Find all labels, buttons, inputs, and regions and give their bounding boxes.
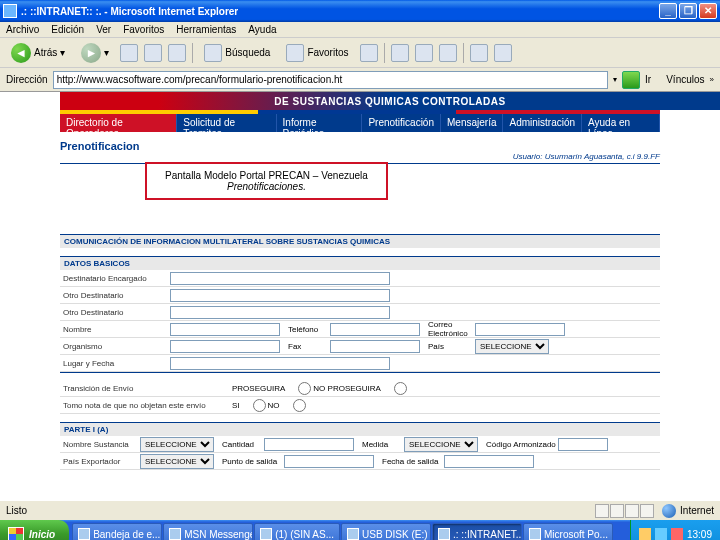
address-input[interactable]	[53, 71, 608, 89]
label-tomo-nota: Tomo nota de que no objetan este envío	[60, 401, 230, 410]
task-item[interactable]: MSN Messenger	[163, 523, 253, 540]
label-pais-exp: País Exportador	[60, 457, 140, 466]
label-fecha-salida: Fecha de salida	[374, 457, 444, 466]
label-punto-salida: Punto de salida	[214, 457, 284, 466]
task-item[interactable]: Bandeja de e...	[72, 523, 162, 540]
radio-si[interactable]	[253, 399, 266, 412]
close-button[interactable]: ✕	[699, 3, 717, 19]
security-zone: Internet	[662, 504, 714, 518]
tab-solicitud[interactable]: Solicitud de Tramites	[177, 114, 276, 132]
caption-line1: Pantalla Modelo Portal PRECAN – Venezuel…	[165, 170, 368, 181]
home-icon[interactable]	[168, 44, 186, 62]
minimize-button[interactable]: _	[659, 3, 677, 19]
input-nombre[interactable]	[170, 323, 280, 336]
stop-icon[interactable]	[120, 44, 138, 62]
web-content: DE SUSTANCIAS QUIMICAS CONTROLADAS Direc…	[0, 92, 720, 500]
search-button[interactable]: Búsqueda	[199, 42, 275, 64]
task-item[interactable]: Microsoft Po...	[523, 523, 613, 540]
radio-proseguira[interactable]	[298, 382, 311, 395]
status-bar: Listo Internet	[0, 500, 720, 520]
status-panes	[595, 504, 654, 518]
tray-icon[interactable]	[639, 528, 651, 540]
window-titlebar: .: ::INTRANET:: :. - Microsoft Internet …	[0, 0, 720, 22]
forward-button[interactable]: ► ▾	[76, 41, 114, 65]
menu-archivo[interactable]: Archivo	[6, 24, 39, 35]
label-fax: Fax	[280, 342, 330, 351]
menu-ver[interactable]: Ver	[96, 24, 111, 35]
tab-directorio[interactable]: Directorio de Operadores	[60, 114, 177, 132]
input-otro-dest2[interactable]	[170, 306, 390, 319]
star-icon	[286, 44, 304, 62]
input-fecha-salida[interactable]	[444, 455, 534, 468]
input-organismo[interactable]	[170, 340, 280, 353]
ie-icon	[3, 4, 17, 18]
toolbar: ◄ Atrás ▾ ► ▾ Búsqueda Favoritos	[0, 38, 720, 68]
search-icon	[204, 44, 222, 62]
back-button[interactable]: ◄ Atrás ▾	[6, 41, 70, 65]
input-dest-encargado[interactable]	[170, 272, 390, 285]
extra-icon-1[interactable]	[470, 44, 488, 62]
site-banner: DE SUSTANCIAS QUIMICAS CONTROLADAS	[60, 92, 720, 110]
go-label: Ir	[645, 74, 651, 85]
user-info: Usuario: Usurmarín Aguasanta, c.i 9.9.FF	[60, 152, 660, 161]
menu-edicion[interactable]: Edición	[51, 24, 84, 35]
back-icon: ◄	[11, 43, 31, 63]
menu-favoritos[interactable]: Favoritos	[123, 24, 164, 35]
label-medida: Medida	[354, 440, 404, 449]
label-cantidad: Cantidad	[214, 440, 264, 449]
caption-overlay: Pantalla Modelo Portal PRECAN – Venezuel…	[145, 162, 388, 200]
address-bar: Dirección ▾ Ir Vínculos »	[0, 68, 720, 92]
mail-icon[interactable]	[391, 44, 409, 62]
address-label: Dirección	[6, 74, 48, 85]
tab-ayuda[interactable]: Ayuda en Línea	[582, 114, 660, 132]
history-icon[interactable]	[360, 44, 378, 62]
section-datos-basicos: DATOS BASICOS	[60, 256, 660, 270]
input-telefono[interactable]	[330, 323, 420, 336]
select-sustancia[interactable]: SELECCIONE	[140, 437, 214, 452]
extra-icon-2[interactable]	[494, 44, 512, 62]
print-icon[interactable]	[415, 44, 433, 62]
input-correo[interactable]	[475, 323, 565, 336]
input-otro-dest1[interactable]	[170, 289, 390, 302]
input-lugar-fecha[interactable]	[170, 357, 390, 370]
refresh-icon[interactable]	[144, 44, 162, 62]
start-button[interactable]: Inicio	[0, 520, 69, 540]
system-tray[interactable]: 13:09	[630, 520, 720, 540]
select-medida[interactable]: SELECCIONE	[404, 437, 478, 452]
clock: 13:09	[687, 529, 712, 540]
select-pais-exp[interactable]: SELECCIONE	[140, 454, 214, 469]
tab-admin[interactable]: Administración	[503, 114, 582, 132]
input-punto-salida[interactable]	[284, 455, 374, 468]
menu-ayuda[interactable]: Ayuda	[248, 24, 276, 35]
input-fax[interactable]	[330, 340, 420, 353]
task-item[interactable]: (1) (SIN AS...	[254, 523, 340, 540]
input-codigo[interactable]	[558, 438, 608, 451]
favorites-button[interactable]: Favoritos	[281, 42, 353, 64]
tab-mensajeria[interactable]: Mensajería	[441, 114, 503, 132]
tray-icon[interactable]	[655, 528, 667, 540]
radio-no-proseguira[interactable]	[394, 382, 407, 395]
label-sustancia: Nombre Sustancia	[60, 440, 140, 449]
menu-herramientas[interactable]: Herramientas	[176, 24, 236, 35]
go-button[interactable]	[622, 71, 640, 89]
form-section: COMUNICACIÓN DE INFORMACION MULTILATERAL…	[60, 234, 660, 470]
tab-prenotif[interactable]: Prenotificación	[362, 114, 441, 132]
windows-icon	[8, 527, 24, 540]
tray-icon[interactable]	[671, 528, 683, 540]
restore-button[interactable]: ❐	[679, 3, 697, 19]
links-label: Vínculos	[666, 74, 704, 85]
select-pais[interactable]: SELECCIONE	[475, 339, 549, 354]
label-otro-dest1: Otro Destinatario	[60, 291, 170, 300]
globe-icon	[662, 504, 676, 518]
task-item[interactable]: USB DISK (E:)	[341, 523, 431, 540]
caption-line2: Prenotificaciones.	[165, 181, 368, 192]
label-nombre: Nombre	[60, 325, 170, 334]
task-item-active[interactable]: .: ::INTRANET...	[432, 523, 522, 540]
radio-no[interactable]	[293, 399, 306, 412]
label-codigo: Código Armonizado	[478, 440, 558, 449]
input-cantidad[interactable]	[264, 438, 354, 451]
status-text: Listo	[6, 505, 27, 516]
taskbar: Inicio Bandeja de e... MSN Messenger (1)…	[0, 520, 720, 540]
edit-icon[interactable]	[439, 44, 457, 62]
tab-informe[interactable]: Informe Periódico	[277, 114, 363, 132]
